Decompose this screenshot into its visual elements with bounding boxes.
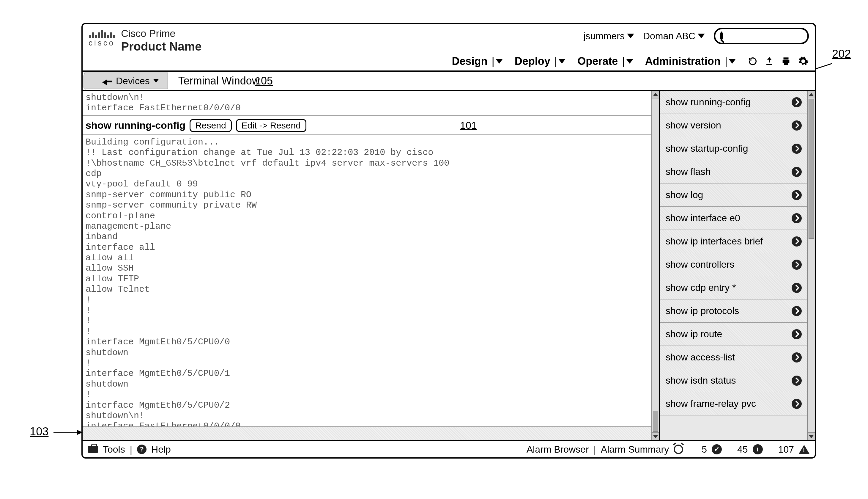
quick-command-item[interactable]: show ip route <box>660 322 807 346</box>
user-row: jsummers Doman ABC <box>583 28 809 44</box>
quick-command-label: show controllers <box>666 259 734 270</box>
footer-help[interactable]: Help <box>151 444 171 455</box>
terminal-pane: shutdown\n! interface FastEthernet0/0/0/… <box>83 91 660 440</box>
quick-command-item[interactable]: show access-list <box>660 346 807 369</box>
cisco-word: cisco <box>89 38 115 48</box>
quick-command-item[interactable]: show controllers <box>660 253 807 276</box>
run-command-icon[interactable] <box>792 236 802 246</box>
scroll-up-icon[interactable] <box>652 91 659 98</box>
run-command-icon[interactable] <box>792 213 802 223</box>
panel-scrollbar[interactable] <box>807 91 815 440</box>
quick-command-label: show ip protocols <box>666 305 739 316</box>
menu-design[interactable]: Design | <box>452 55 503 68</box>
run-command-icon[interactable] <box>792 329 802 339</box>
quick-command-label: show isdn status <box>666 375 736 386</box>
refresh-icon[interactable] <box>748 56 758 66</box>
quick-command-label: show startup-config <box>666 143 748 154</box>
quick-commands-panel: show running-configshow versionshow star… <box>660 91 815 440</box>
run-command-icon[interactable] <box>792 376 802 386</box>
search-icon <box>720 32 723 40</box>
toolbox-icon <box>88 446 98 453</box>
quick-command-item[interactable]: show running-config <box>660 91 807 114</box>
logo-block: cisco Cisco Prime Product Name <box>89 28 201 53</box>
chevron-down-icon <box>729 59 736 64</box>
quick-command-label: show running-config <box>666 97 751 108</box>
run-command-icon[interactable] <box>792 283 802 293</box>
menu-administration[interactable]: Administration | <box>645 55 736 68</box>
quick-command-item[interactable]: show isdn status <box>660 369 807 392</box>
user-dropdown[interactable]: jsummers <box>583 31 634 41</box>
alarm-count-ok: 5 <box>702 444 707 455</box>
run-command-icon[interactable] <box>792 352 802 363</box>
scroll-down-icon[interactable] <box>652 433 659 440</box>
scroll-thumb[interactable] <box>653 411 658 432</box>
quick-command-item[interactable]: show log <box>660 183 807 207</box>
chevron-down-icon <box>558 59 566 64</box>
body: shutdown\n! interface FastEthernet0/0/0/… <box>83 91 815 440</box>
run-command-icon[interactable] <box>792 97 802 107</box>
logo-text: Cisco Prime Product Name <box>121 28 201 53</box>
quick-command-label: show frame-relay pvc <box>666 398 756 409</box>
terminal-scrollbar[interactable] <box>651 91 659 440</box>
settings-icon[interactable] <box>797 56 809 67</box>
resend-button[interactable]: Resend <box>190 119 231 132</box>
app-window: cisco Cisco Prime Product Name jsummers … <box>81 23 816 459</box>
separator: | <box>594 444 596 455</box>
command-row: show running-config Resend Edit -> Resen… <box>83 116 659 135</box>
run-command-icon[interactable] <box>792 190 802 200</box>
chip-label: Devices <box>116 75 150 87</box>
quick-command-label: show access-list <box>666 352 735 363</box>
quick-command-item[interactable]: show cdp entry * <box>660 276 807 300</box>
search-input[interactable] <box>726 32 816 41</box>
quick-command-item[interactable]: show version <box>660 114 807 137</box>
scroll-down-icon[interactable] <box>808 433 815 440</box>
alarm-summary-link[interactable]: Alarm Summary <box>601 444 669 455</box>
main-menu-row: Design | Deploy | Operate | Administrati… <box>83 55 815 68</box>
chevron-down-icon <box>627 34 634 38</box>
quick-command-item[interactable]: show frame-relay pvc <box>660 392 807 415</box>
quick-command-label: show cdp entry * <box>666 282 736 293</box>
callout-line <box>53 433 77 433</box>
quick-command-label: show version <box>666 120 721 131</box>
chevron-down-icon <box>496 59 503 64</box>
help-icon: ? <box>137 445 147 454</box>
run-command-icon[interactable] <box>792 399 802 409</box>
menu-operate[interactable]: Operate | <box>577 55 633 68</box>
run-command-icon[interactable] <box>792 167 802 177</box>
alarm-count-warn: 107 <box>778 444 794 455</box>
cisco-bars-icon <box>89 30 115 38</box>
print-icon[interactable] <box>781 56 791 66</box>
run-command-icon[interactable] <box>792 260 802 270</box>
run-command-icon[interactable] <box>792 120 802 131</box>
callout-202: 202 <box>832 48 851 60</box>
edit-resend-button[interactable]: Edit -> Resend <box>236 119 306 132</box>
scroll-up-icon[interactable] <box>808 91 815 98</box>
domain-dropdown[interactable]: Doman ABC <box>643 31 705 41</box>
info-icon: i <box>753 444 763 454</box>
run-command-icon[interactable] <box>792 144 802 154</box>
footer-tools[interactable]: Tools <box>103 444 125 455</box>
scroll-thumb[interactable] <box>808 99 814 239</box>
quick-command-label: show ip interfaces brief <box>666 236 763 247</box>
quick-command-item[interactable]: show startup-config <box>660 137 807 160</box>
domain-name: Doman ABC <box>643 31 695 41</box>
main-menu: Design | Deploy | Operate | Administrati… <box>452 55 736 68</box>
alarm-browser-link[interactable]: Alarm Browser <box>527 444 589 455</box>
current-command: show running-config <box>86 120 186 131</box>
terminal-input-strip[interactable] <box>83 426 659 440</box>
run-command-icon[interactable] <box>792 306 802 316</box>
menu-deploy[interactable]: Deploy | <box>515 55 566 68</box>
quick-command-item[interactable]: show ip interfaces brief <box>660 230 807 253</box>
toolbar <box>748 56 809 67</box>
page-title: Terminal Window <box>178 75 260 87</box>
search-field[interactable] <box>714 28 809 44</box>
quick-command-item[interactable]: show interface e0 <box>660 207 807 230</box>
quick-command-label: show flash <box>666 166 710 177</box>
quick-command-item[interactable]: show ip protocols <box>660 300 807 322</box>
quick-command-item[interactable]: show flash <box>660 160 807 183</box>
terminal-output: Building configuration... !! Last config… <box>83 135 659 426</box>
back-devices-chip[interactable]: Devices <box>84 73 168 89</box>
footer: Tools | ? Help Alarm Browser | Alarm Sum… <box>83 440 815 458</box>
alarm-count-info: 45 <box>737 444 748 455</box>
export-icon[interactable] <box>764 56 775 66</box>
